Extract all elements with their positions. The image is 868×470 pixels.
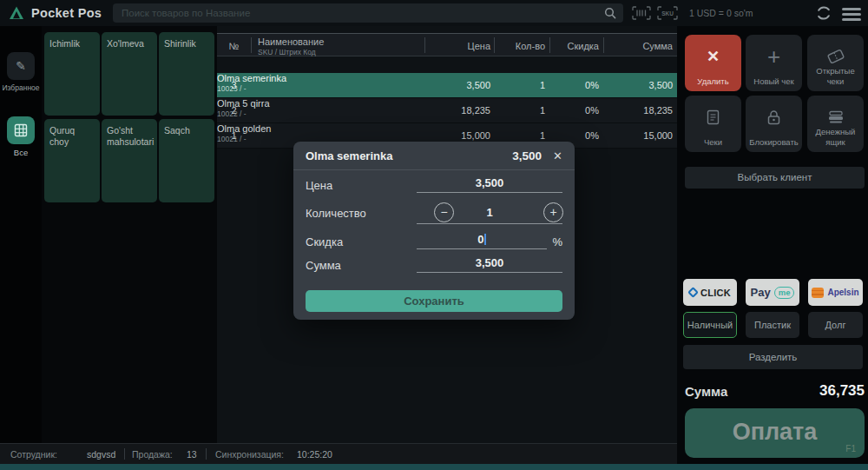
sku-scan-icon[interactable]: SKU — [657, 6, 678, 20]
qty-label: Количество — [306, 207, 366, 220]
category-tile[interactable]: Shirinlik — [159, 32, 214, 116]
bottom-accent-strip — [0, 464, 868, 470]
col-name: Наименование SKU / Штрих Код — [258, 36, 324, 56]
col-price: Цена — [468, 41, 490, 51]
col-qty: Кол-во — [516, 41, 545, 51]
sum-label: Сумма — [306, 259, 341, 272]
sale-label: Продажа: — [132, 449, 173, 460]
open-checks-button[interactable]: Открытые чеки — [807, 35, 864, 91]
payme-pay-button[interactable]: Payme — [746, 279, 799, 306]
category-tile[interactable]: Saqch — [159, 119, 214, 202]
menu-hamburger-icon[interactable] — [842, 8, 861, 23]
plastic-payment-button[interactable]: Пластик — [746, 312, 799, 338]
lock-icon — [746, 104, 802, 130]
category-tile[interactable]: Ichimlik — [44, 32, 100, 116]
click-diamond-icon — [687, 287, 699, 298]
click-pay-button[interactable]: CLICK — [683, 279, 737, 306]
status-bar: Сотрудник: sdgvsd Продажа: 13 Синхрониза… — [0, 443, 677, 464]
table-row[interactable]: 2 Olma 5 qirra10022 / - 18,235 1 0% 18,2… — [217, 98, 677, 123]
pocket-pos-app: Pocket Pos SKU 1 USD = 0 so'm — [0, 0, 868, 470]
logo-triangle-icon — [9, 6, 24, 20]
svg-text:SKU: SKU — [661, 10, 674, 17]
total-value: 36,735 — [819, 382, 865, 400]
category-tile[interactable]: Go'sht mahsulotari — [102, 119, 157, 202]
barcode-scan-icon[interactable] — [632, 6, 651, 20]
pay-hotkey: F1 — [845, 444, 856, 453]
top-bar: Pocket Pos SKU 1 USD = 0 so'm — [0, 0, 868, 26]
delete-button[interactable]: ✕ Удалить — [685, 35, 741, 91]
category-tile[interactable]: Xo'lmeva — [102, 32, 157, 116]
sum-field[interactable]: 3,500 — [417, 255, 562, 273]
split-button[interactable]: Разделить — [683, 345, 863, 369]
delete-x-icon: ✕ — [685, 43, 741, 70]
cash-payment-button[interactable]: Наличный — [683, 312, 737, 338]
price-field[interactable]: 3,500 — [417, 175, 562, 193]
pay-button[interactable]: Оплата F1 — [685, 408, 865, 458]
discount-field[interactable]: 0 — [417, 231, 547, 249]
search-box — [113, 3, 623, 23]
category-tile[interactable]: Quruq choy — [44, 119, 100, 202]
modal-header: Olma semerinka 3,500 ✕ — [293, 142, 575, 170]
apelsin-pay-button[interactable]: Apelsin — [808, 279, 863, 306]
col-sum: Сумма — [642, 41, 673, 51]
discount-label: Скидка — [306, 235, 343, 248]
right-panel: ✕ Удалить + Новый чек Открытые чеки — [677, 26, 868, 464]
table-row[interactable]: 3 Olma semerinka10023 / - 3,500 1 0% 3,5… — [217, 73, 677, 98]
sync-refresh-icon[interactable] — [816, 5, 832, 21]
select-client-button[interactable]: Выбрать клиент — [685, 167, 865, 189]
product-edit-modal: Olma semerinka 3,500 ✕ Цена 3,500 Количе… — [293, 142, 575, 320]
favorites-label: Избранное — [0, 83, 42, 92]
brand-name: Pocket Pos — [31, 6, 102, 20]
sidebar-item-all[interactable] — [7, 116, 35, 144]
checks-button[interactable]: Чеки — [685, 96, 741, 152]
sync-label: Синхронизация: — [215, 449, 284, 460]
modal-header-price: 3,500 — [512, 149, 542, 162]
search-icon[interactable] — [604, 7, 616, 19]
all-label: Все — [0, 148, 42, 157]
col-num: № — [217, 41, 251, 51]
new-check-button[interactable]: + Новый чек — [746, 35, 802, 91]
receipt-icon — [685, 104, 741, 130]
brand: Pocket Pos — [9, 0, 102, 26]
debt-payment-button[interactable]: Долг — [808, 312, 863, 338]
grid-icon — [14, 123, 28, 137]
table-header: № Наименование SKU / Штрих Код Цена Кол-… — [217, 33, 677, 56]
sale-value: 13 — [187, 449, 197, 460]
lock-button[interactable]: Блокировать — [746, 96, 802, 152]
text-cursor — [484, 234, 486, 245]
left-sidebar: ✎ Избранное Все — [0, 26, 42, 443]
discount-unit: % — [552, 235, 562, 248]
search-input[interactable] — [113, 3, 623, 23]
cash-drawer-button[interactable]: Денежный ящик — [807, 96, 864, 152]
modal-title: Olma semerinka — [306, 149, 512, 162]
total-label: Сумма — [685, 384, 727, 399]
qty-minus-button[interactable]: − — [434, 202, 454, 222]
col-discount: Скидка — [568, 41, 600, 51]
save-button[interactable]: Сохранить — [306, 290, 562, 312]
sync-value: 10:25:20 — [297, 449, 332, 460]
sidebar-item-favorites[interactable]: ✎ — [7, 52, 35, 80]
employee-value: sdgvsd — [87, 449, 115, 460]
plus-icon: + — [746, 43, 802, 70]
employee-label: Сотрудник: — [10, 449, 57, 460]
qty-plus-button[interactable]: + — [543, 202, 563, 222]
pencil-icon: ✎ — [16, 59, 26, 73]
apelsin-wallet-icon — [812, 288, 824, 298]
price-label: Цена — [306, 179, 332, 192]
close-icon[interactable]: ✕ — [553, 149, 562, 162]
exchange-rate: 1 USD = 0 so'm — [689, 8, 753, 18]
